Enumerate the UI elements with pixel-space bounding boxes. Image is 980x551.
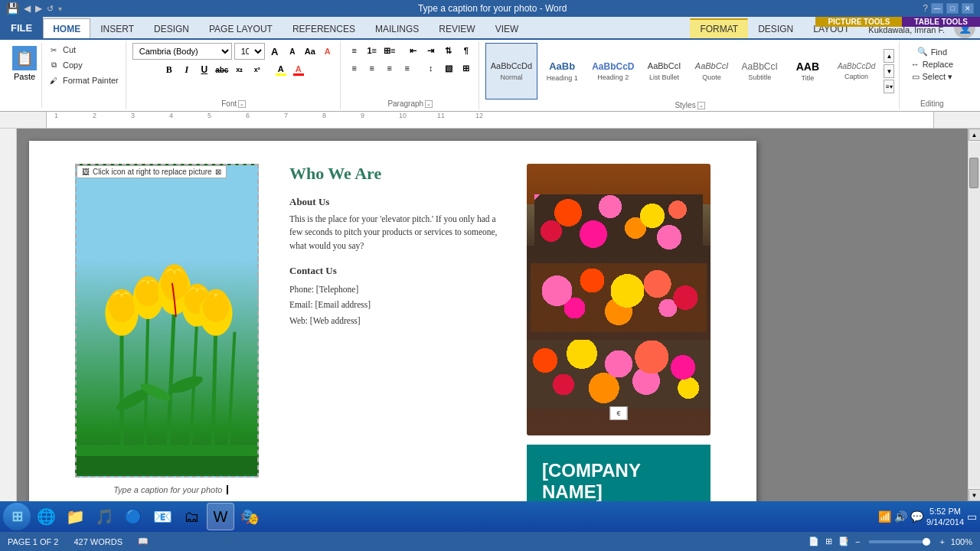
- style-caption[interactable]: AaBbCcDd Caption: [832, 43, 880, 99]
- style-title[interactable]: AAB Title: [785, 43, 831, 99]
- contact-us-heading[interactable]: Contact Us: [289, 265, 504, 277]
- font-grow-button[interactable]: A: [267, 44, 283, 59]
- tab-file[interactable]: FILE: [0, 17, 43, 38]
- sort-button[interactable]: ⇅: [441, 43, 456, 58]
- taskbar-chrome[interactable]: 🔵: [119, 503, 147, 530]
- taskbar-folder2[interactable]: 🗂: [178, 503, 205, 530]
- tab-mailings[interactable]: MAILINGS: [365, 18, 429, 38]
- superscript-button[interactable]: x²: [250, 62, 265, 77]
- view-icon1[interactable]: 📄: [808, 536, 819, 546]
- taskbar-sound[interactable]: 🔊: [894, 510, 907, 523]
- shading-button[interactable]: ▧: [441, 60, 456, 76]
- about-us-body[interactable]: This is the place for your 'elevator pit…: [289, 213, 504, 253]
- multilevel-button[interactable]: ⊞≡: [382, 43, 397, 58]
- style-heading2[interactable]: AaBbCcD Heading 2: [586, 43, 639, 99]
- change-case-button[interactable]: Aa: [302, 44, 318, 59]
- email-line[interactable]: Email: [Email address]: [289, 297, 504, 313]
- taskbar-ie[interactable]: 🌐: [32, 503, 60, 530]
- show-marks-button[interactable]: ¶: [459, 43, 474, 58]
- tab-references[interactable]: REFERENCES: [283, 18, 365, 38]
- view-icon2[interactable]: ⊞: [825, 536, 832, 546]
- subscript-button[interactable]: x₂: [232, 62, 247, 77]
- borders-button[interactable]: ⊞: [459, 60, 474, 76]
- vertical-scrollbar[interactable]: ▲ ▼: [968, 129, 980, 501]
- scroll-thumb[interactable]: [969, 158, 978, 188]
- style-subtitle[interactable]: AaBbCcI Subtitle: [737, 43, 783, 99]
- start-button[interactable]: ⊞: [3, 503, 31, 530]
- decrease-indent-button[interactable]: ⇤: [406, 43, 421, 58]
- tab-design-table[interactable]: DESIGN: [748, 18, 803, 38]
- font-color-button[interactable]: A: [291, 62, 306, 77]
- company-box[interactable]: [COMPANY NAME]: [527, 445, 710, 501]
- tab-insert[interactable]: INSERT: [90, 18, 144, 38]
- maximize-button[interactable]: □: [946, 3, 959, 14]
- zoom-slider[interactable]: [869, 540, 930, 543]
- who-we-are-heading[interactable]: Who We Are: [289, 164, 504, 184]
- styles-expander[interactable]: ⌄: [697, 102, 705, 109]
- show-desktop[interactable]: ▭: [967, 510, 977, 523]
- paste-button[interactable]: 📋 Paste: [8, 43, 42, 108]
- style-list-bullet[interactable]: AaBbCcI List Bullet: [642, 43, 688, 99]
- taskbar-media[interactable]: 🎵: [90, 503, 118, 530]
- justify-button[interactable]: ≡: [400, 60, 415, 76]
- select-button[interactable]: ▭ Select ▾: [910, 71, 956, 83]
- styles-scroll-down[interactable]: ▼: [884, 64, 894, 78]
- view-icon3[interactable]: 📑: [838, 536, 849, 546]
- tab-design[interactable]: DESIGN: [144, 18, 199, 38]
- minimize-button[interactable]: —: [931, 3, 943, 14]
- increase-indent-button[interactable]: ⇥: [423, 43, 439, 58]
- styles-more[interactable]: ≡▾: [884, 80, 894, 93]
- caption-area[interactable]: Type a caption for your photo: [75, 482, 266, 496]
- taskbar-notification[interactable]: 💬: [910, 510, 923, 523]
- taskbar-app[interactable]: 🎭: [236, 503, 263, 530]
- align-left-button[interactable]: ≡: [347, 60, 362, 76]
- tab-format[interactable]: FORMAT: [690, 18, 748, 38]
- zoom-in-button[interactable]: +: [939, 537, 944, 546]
- cut-button[interactable]: ✂ Cut: [45, 43, 121, 57]
- strikethrough-button[interactable]: abc: [214, 62, 230, 77]
- tab-page-layout[interactable]: PAGE LAYOUT: [199, 18, 283, 38]
- format-painter-button[interactable]: 🖌 Format Painter: [45, 73, 121, 87]
- font-shrink-button[interactable]: A: [285, 44, 300, 59]
- scroll-up-button[interactable]: ▲: [969, 129, 981, 141]
- help-icon[interactable]: ?: [923, 3, 928, 14]
- text-highlight-button[interactable]: A: [273, 62, 289, 77]
- style-quote[interactable]: AaBbCcI Quote: [689, 43, 735, 99]
- font-family-select[interactable]: Cambria (Body): [132, 43, 232, 60]
- font-size-select[interactable]: 10: [234, 43, 265, 60]
- phone-line[interactable]: Phone: [Telephone]: [289, 282, 504, 298]
- line-spacing-button[interactable]: ↕: [423, 60, 439, 76]
- align-right-button[interactable]: ≡: [382, 60, 397, 76]
- about-us-heading[interactable]: About Us: [289, 196, 504, 208]
- bullets-button[interactable]: ≡: [347, 43, 362, 58]
- paragraph-expander[interactable]: ⌄: [425, 100, 433, 108]
- tab-home[interactable]: HOME: [43, 18, 90, 38]
- style-heading1[interactable]: AaBb Heading 1: [539, 43, 585, 99]
- doc-right-column: € [COMPANY NAME]: [527, 164, 710, 501]
- tab-view[interactable]: VIEW: [485, 18, 529, 38]
- underline-button[interactable]: U: [197, 62, 212, 77]
- tab-review[interactable]: REVIEW: [429, 18, 485, 38]
- zoom-out-button[interactable]: −: [855, 537, 860, 546]
- find-button[interactable]: 🔍 Find: [915, 46, 949, 57]
- align-center-button[interactable]: ≡: [364, 60, 380, 76]
- taskbar-word[interactable]: W: [207, 503, 234, 530]
- bold-button[interactable]: B: [162, 62, 177, 77]
- web-line[interactable]: Web: [Web address]: [289, 313, 504, 329]
- italic-button[interactable]: I: [179, 62, 194, 77]
- taskbar-explorer[interactable]: 📁: [61, 503, 89, 530]
- replace-button[interactable]: ↔ Replace: [909, 59, 956, 70]
- numbering-button[interactable]: 1≡: [364, 43, 380, 58]
- clear-formatting-button[interactable]: A: [320, 44, 335, 59]
- style-normal[interactable]: AaBbCcDd Normal: [485, 43, 537, 99]
- main-image[interactable]: 🖼 Click icon at right to replace picture…: [75, 164, 259, 478]
- close-button[interactable]: ✕: [962, 3, 974, 14]
- doc-page[interactable]: 🖼 Click icon at right to replace picture…: [29, 141, 756, 501]
- scroll-track[interactable]: [969, 142, 980, 487]
- styles-scroll-up[interactable]: ▲: [884, 49, 894, 63]
- taskbar-network[interactable]: 📶: [878, 510, 891, 523]
- copy-button[interactable]: ⧉ Copy: [45, 58, 121, 72]
- scroll-down-button[interactable]: ▼: [969, 489, 981, 501]
- font-expander[interactable]: ⌄: [238, 100, 246, 108]
- taskbar-outlook[interactable]: 📧: [149, 503, 176, 530]
